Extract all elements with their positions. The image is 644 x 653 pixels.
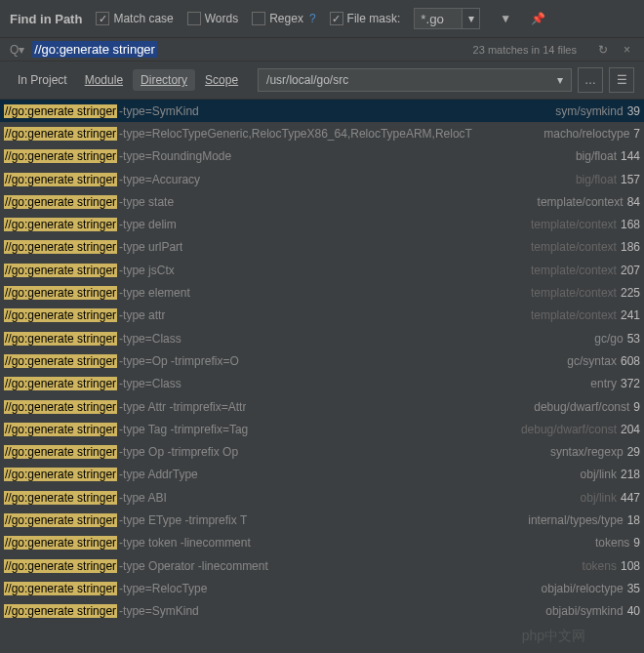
result-row[interactable]: //go:generate stringer -type jsCtxtempla… (0, 259, 644, 281)
code-text: -type jsCtx (119, 264, 175, 277)
result-row[interactable]: //go:generate stringer -type elementtemp… (0, 281, 644, 304)
match-highlight: //go:generate stringer (4, 468, 117, 481)
code-text: -type=Class (119, 377, 181, 390)
file-path: template/context (538, 195, 624, 209)
match-highlight: //go:generate stringer (4, 354, 117, 368)
result-row[interactable]: //go:generate stringer -type AddrTypeobj… (0, 464, 644, 486)
result-row[interactable]: //go:generate stringer -type=SymKindobja… (0, 600, 644, 623)
line-number: 84 (627, 195, 640, 209)
file-path: template/context (531, 264, 617, 277)
result-row[interactable]: //go:generate stringer -type=Classgc/go5… (0, 327, 644, 349)
help-icon[interactable]: ? (309, 12, 316, 25)
history-icon[interactable]: ↻ (598, 43, 608, 57)
code-text: -type=Class (119, 332, 181, 346)
watermark: php中文网 (522, 628, 585, 645)
code-text: -type=RelocTypeGeneric,RelocTypeX86_64,R… (119, 127, 472, 141)
code-text: -type Operator -linecomment (119, 559, 268, 573)
code-text: -type urlPart (119, 240, 182, 254)
line-number: 18 (627, 513, 640, 527)
result-row[interactable]: //go:generate stringer -type=Classentry3… (0, 373, 644, 395)
tree-button[interactable]: ☰ (609, 67, 634, 93)
result-row[interactable]: //go:generate stringer -type attrtemplat… (0, 305, 644, 327)
file-path: syntax/regexp (550, 445, 624, 459)
code-text: -type state (119, 195, 174, 209)
match-count: 23 matches in 14 files (473, 44, 577, 56)
pin-icon[interactable]: 📌 (531, 12, 545, 25)
result-row[interactable]: //go:generate stringer -type ABIobj/link… (0, 486, 644, 509)
result-row[interactable]: //go:generate stringer -type delimtempla… (0, 213, 644, 235)
search-input-wrap[interactable]: //go:generate stringer (32, 42, 464, 57)
match-highlight: //go:generate stringer (4, 604, 117, 618)
search-bar: Q▾ //go:generate stringer 23 matches in … (0, 38, 644, 61)
words-checkbox[interactable]: Words (187, 12, 238, 25)
search-input[interactable]: //go:generate stringer (32, 41, 157, 58)
code-text: -type Op -trimprefix Op (119, 445, 238, 459)
result-row[interactable]: //go:generate stringer -type token -line… (0, 532, 644, 554)
line-number: 186 (621, 240, 640, 254)
file-path: tokens (595, 536, 629, 550)
match-case-checkbox[interactable]: Match case (96, 12, 173, 25)
checkbox-icon (96, 12, 109, 25)
regex-label: Regex (269, 12, 303, 25)
line-number: 157 (621, 173, 640, 186)
match-highlight: //go:generate stringer (4, 195, 117, 209)
chevron-down-icon: ▾ (557, 73, 563, 87)
match-highlight: //go:generate stringer (4, 582, 117, 595)
match-highlight: //go:generate stringer (4, 332, 117, 346)
line-number: 608 (621, 354, 640, 368)
file-path: sym/symkind (555, 104, 623, 118)
code-text: -type ABI (119, 491, 167, 505)
match-highlight: //go:generate stringer (4, 445, 117, 459)
file-path: template/context (531, 308, 617, 322)
result-row[interactable]: //go:generate stringer -type=SymKindsym/… (0, 100, 644, 122)
file-path: obj/link (581, 468, 617, 481)
result-row[interactable]: //go:generate stringer -type=RoundingMod… (0, 145, 644, 168)
match-highlight: //go:generate stringer (4, 218, 117, 231)
file-mask-input[interactable] (414, 8, 463, 29)
words-label: Words (205, 12, 238, 25)
file-mask-checkbox[interactable]: File mask: (330, 12, 401, 25)
code-text: -type element (119, 286, 190, 300)
search-icon: Q▾ (10, 43, 24, 57)
code-text: -type Tag -trimprefix=Tag (119, 423, 248, 436)
code-text: -type=Accuracy (119, 173, 200, 186)
result-row[interactable]: //go:generate stringer -type Tag -trimpr… (0, 418, 644, 440)
match-highlight: //go:generate stringer (4, 536, 117, 550)
file-path: template/context (531, 286, 617, 300)
result-row[interactable]: //go:generate stringer -type urlParttemp… (0, 236, 644, 259)
line-number: 241 (621, 308, 640, 322)
line-number: 7 (633, 127, 640, 141)
result-row[interactable]: //go:generate stringer -type=RelocTypeob… (0, 577, 644, 599)
scope-tab-module[interactable]: Module (77, 69, 131, 91)
result-row[interactable]: //go:generate stringer -type Operator -l… (0, 554, 644, 577)
checkbox-icon (330, 12, 343, 25)
code-text: -type AddrType (119, 468, 198, 481)
clear-icon[interactable]: × (624, 43, 630, 57)
match-highlight: //go:generate stringer (4, 173, 117, 186)
match-highlight: //go:generate stringer (4, 264, 117, 277)
result-row[interactable]: //go:generate stringer -type=RelocTypeGe… (0, 122, 644, 144)
file-path: gc/syntax (567, 354, 617, 368)
result-row[interactable]: //go:generate stringer -type statetempla… (0, 190, 644, 213)
line-number: 29 (627, 445, 640, 459)
match-highlight: //go:generate stringer (4, 377, 117, 390)
result-row[interactable]: //go:generate stringer -type=Accuracybig… (0, 168, 644, 190)
browse-button[interactable]: … (578, 67, 603, 93)
match-highlight: //go:generate stringer (4, 559, 117, 573)
file-path: entry (590, 377, 617, 390)
file-mask-label: File mask: (347, 12, 401, 25)
result-row[interactable]: //go:generate stringer -type=Op -trimpre… (0, 349, 644, 372)
code-text: -type=SymKind (119, 604, 199, 618)
scope-tab-scope[interactable]: Scope (197, 69, 246, 91)
scope-tab-directory[interactable]: Directory (133, 69, 195, 91)
match-highlight: //go:generate stringer (4, 308, 117, 322)
scope-tab-project[interactable]: In Project (10, 69, 75, 91)
file-mask-dropdown[interactable]: ▾ (463, 8, 480, 29)
filter-icon[interactable]: ▼ (500, 12, 511, 25)
path-dropdown[interactable]: /usr/local/go/src ▾ (258, 68, 572, 92)
regex-checkbox[interactable]: Regex ? (252, 12, 315, 25)
result-row[interactable]: //go:generate stringer -type Op -trimpre… (0, 440, 644, 463)
line-number: 204 (621, 423, 640, 436)
result-row[interactable]: //go:generate stringer -type Attr -trimp… (0, 395, 644, 418)
result-row[interactable]: //go:generate stringer -type EType -trim… (0, 509, 644, 531)
